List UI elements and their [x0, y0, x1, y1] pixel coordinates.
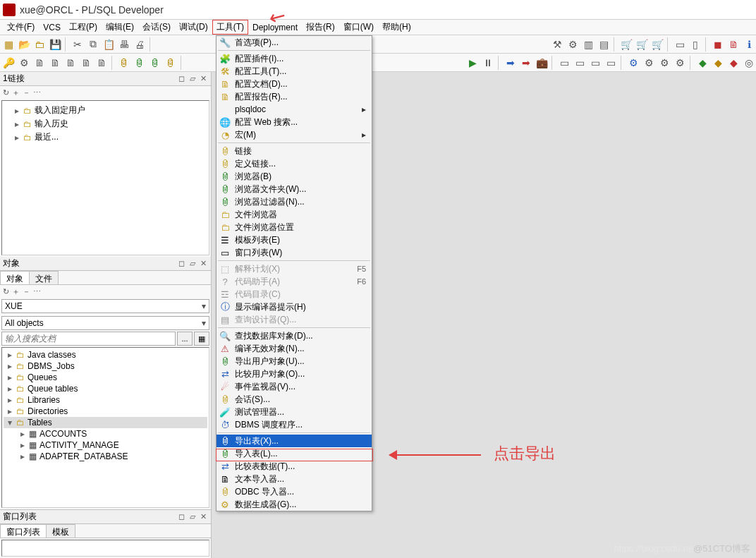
- tree-item[interactable]: ▸🗀输入历史: [4, 117, 207, 131]
- tool-icon[interactable]: ▥: [581, 37, 595, 51]
- stop-icon[interactable]: ◼: [711, 37, 725, 51]
- table-item[interactable]: ▸▦ACCOUNTS: [4, 428, 207, 439]
- win-icon[interactable]: ▭: [588, 56, 602, 70]
- gear-icon[interactable]: ⚙: [642, 56, 656, 70]
- menu-compile-invalid[interactable]: ⚠编译无效对象(N)...: [217, 342, 372, 355]
- tree-item[interactable]: ▸🗀载入固定用户: [4, 104, 207, 117]
- panel-controls[interactable]: ◻ ▱ ✕: [178, 259, 208, 268]
- tool-icon[interactable]: ⚙: [566, 37, 580, 51]
- tree-item[interactable]: ▸🗀DBMS_Jobs: [4, 360, 207, 372]
- tree-item[interactable]: ▸🗀Java classes: [4, 349, 207, 360]
- cart3-icon[interactable]: 🛒: [650, 37, 664, 51]
- db-icon[interactable]: 🛢: [164, 56, 178, 70]
- tree-item[interactable]: ▸🗀Queues: [4, 372, 207, 383]
- menu-template-list[interactable]: ☰模板列表(E): [217, 233, 372, 246]
- menu-file-browser[interactable]: 🗀文件浏览器: [217, 208, 372, 221]
- paste-icon[interactable]: 📋: [102, 37, 116, 51]
- table-item[interactable]: ▸▦ACTIVITY_MANAGE: [4, 439, 207, 451]
- refresh-icon[interactable]: ↻: [3, 287, 9, 296]
- target-icon[interactable]: ◎: [742, 56, 756, 70]
- pdf-icon[interactable]: 🗎: [726, 37, 740, 51]
- menu-event-monitor[interactable]: ☄事件监视器(V)...: [217, 380, 372, 393]
- table-item[interactable]: ▸▦ADAPTER_DATABASE: [4, 451, 207, 462]
- menu-file[interactable]: 文件(F): [3, 20, 39, 35]
- windows-icon[interactable]: ▭: [673, 37, 687, 51]
- menu-find-db-obj[interactable]: 🔍查找数据库对象(D)...: [217, 329, 372, 342]
- menu-dbms-scheduler[interactable]: ⏱DBMS 调度程序...: [217, 418, 372, 431]
- menu-edit[interactable]: 编辑(E): [102, 20, 138, 35]
- gear-icon[interactable]: ⚙: [657, 56, 671, 70]
- tree-item[interactable]: ▸🗀最近...: [4, 131, 207, 144]
- pause-icon[interactable]: ⏸: [481, 56, 495, 70]
- doc-icon[interactable]: 🗎: [79, 56, 93, 70]
- run-icon[interactable]: ▶: [465, 56, 480, 70]
- tree-item[interactable]: ▸🗀Directories: [4, 406, 207, 417]
- copy-icon[interactable]: ⧉: [86, 37, 100, 51]
- filter-combo[interactable]: All objects▾: [1, 316, 209, 330]
- tab-objects[interactable]: 对象: [0, 271, 30, 284]
- win-icon[interactable]: ▭: [573, 56, 587, 70]
- arrow-right-icon[interactable]: ➡: [519, 56, 533, 70]
- search-input[interactable]: [1, 332, 176, 346]
- panel-controls[interactable]: ◻ ▱ ✕: [178, 74, 208, 83]
- folder-icon[interactable]: 🗀: [32, 37, 47, 51]
- printer-icon[interactable]: 🖨: [133, 37, 147, 51]
- tab-files[interactable]: 文件: [29, 271, 59, 284]
- menu-compare-table-data[interactable]: ⇄比较表数据(T)...: [217, 460, 372, 473]
- panel-controls[interactable]: ◻ ▱ ✕: [178, 512, 208, 521]
- menu-export-user[interactable]: 🛢导出用户对象(U)...: [217, 355, 372, 368]
- cut-icon[interactable]: ✂: [71, 37, 85, 51]
- gear-icon[interactable]: ⚙: [626, 56, 640, 70]
- menu-preferences[interactable]: 🔧首选项(P)...: [217, 36, 372, 49]
- remove-icon[interactable]: －: [23, 87, 30, 98]
- tree-item[interactable]: ▸🗀Libraries: [4, 394, 207, 406]
- menu-report[interactable]: 报告(R): [302, 20, 339, 35]
- add-icon[interactable]: ＋: [12, 87, 20, 98]
- menu-def-link[interactable]: 🛢定义链接...: [217, 157, 372, 170]
- add-icon[interactable]: ＋: [12, 286, 20, 297]
- more-icon[interactable]: ⋯: [33, 287, 41, 296]
- tool-icon[interactable]: ⚒: [550, 37, 564, 51]
- menu-debug[interactable]: 调试(D): [175, 20, 212, 35]
- action-icon[interactable]: ◆: [726, 56, 740, 70]
- menu-tools[interactable]: 工具(T): [212, 20, 248, 35]
- menu-import-tables[interactable]: 🛢导入表(L)...: [217, 447, 372, 460]
- menu-compare-user[interactable]: ⇄比较用户对象(O)...: [217, 368, 372, 380]
- print-icon[interactable]: 🖶: [117, 37, 131, 51]
- menu-vcs[interactable]: VCS: [39, 21, 65, 34]
- action-icon[interactable]: ◆: [695, 56, 709, 70]
- refresh-icon[interactable]: ↻: [3, 88, 9, 97]
- cart-icon[interactable]: 🛒: [619, 37, 633, 51]
- doc-icon[interactable]: 🗎: [63, 56, 78, 70]
- win-icon[interactable]: ▭: [604, 56, 618, 70]
- gear-icon[interactable]: ⚙: [673, 56, 687, 70]
- menu-cfg-docs[interactable]: 🗎配置文档(D)...: [217, 78, 372, 90]
- action-icon[interactable]: ◆: [711, 56, 725, 70]
- info-icon[interactable]: ℹ: [742, 37, 756, 51]
- tab-window-list[interactable]: 窗口列表: [0, 524, 47, 538]
- menu-session[interactable]: 🛢会话(S)...: [217, 393, 372, 406]
- menu-window[interactable]: 窗口(W): [339, 20, 378, 35]
- arrow-right-icon[interactable]: ➡: [504, 56, 518, 70]
- windows2-icon[interactable]: ▯: [688, 37, 702, 51]
- menu-plsqldoc[interactable]: plsqldoc▸: [217, 103, 372, 116]
- tool-icon[interactable]: ▤: [597, 37, 611, 51]
- remove-icon[interactable]: －: [23, 286, 30, 297]
- search-more-button[interactable]: ...: [177, 332, 193, 346]
- menu-browser-folder[interactable]: 🛢浏览器文件夹(W)...: [217, 183, 372, 195]
- menu-file-browser-loc[interactable]: 🗀文件浏览器位置: [217, 221, 372, 233]
- menu-deployment[interactable]: Deployment: [248, 21, 302, 34]
- menu-browser-filter[interactable]: 🛢浏览器过滤器(N)...: [217, 195, 372, 208]
- doc-icon[interactable]: 🗎: [32, 56, 47, 70]
- menu-macro[interactable]: ◔宏(M)▸: [217, 128, 372, 141]
- search-go-button[interactable]: ▦: [194, 332, 209, 346]
- menu-link[interactable]: 🛢链接: [217, 145, 372, 157]
- key-icon[interactable]: 🔑: [1, 56, 16, 70]
- menu-cfg-web[interactable]: 🌐配置 Web 搜索...: [217, 116, 372, 128]
- db-icon[interactable]: 🛢: [148, 56, 162, 70]
- save-icon[interactable]: 💾: [48, 37, 62, 51]
- open-icon[interactable]: 📂: [17, 37, 31, 51]
- doc-icon[interactable]: 🗎: [94, 56, 109, 70]
- menu-cfg-reports[interactable]: 🗎配置报告(R)...: [217, 90, 372, 103]
- objects-tree[interactable]: ▸🗀Java classes ▸🗀DBMS_Jobs ▸🗀Queues ▸🗀Qu…: [1, 347, 209, 508]
